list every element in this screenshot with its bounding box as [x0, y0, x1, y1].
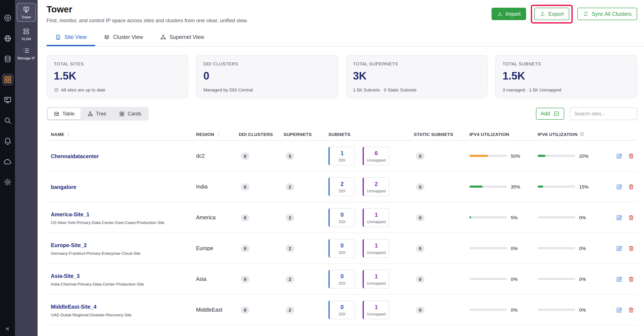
- add-button[interactable]: Add: [536, 108, 564, 120]
- export-button[interactable]: Export: [534, 8, 569, 20]
- page-subtitle: Find, monitor, and control IP space acro…: [46, 18, 248, 24]
- sidebar-item-manage-ip[interactable]: Manage IP: [18, 47, 35, 60]
- site-subtitle: India-Chennai-Primary-Data-Center-Produc…: [51, 281, 196, 286]
- sidebar-item-vlan[interactable]: VLAN: [22, 28, 31, 41]
- main-content: Tower Find, monitor, and control IP spac…: [38, 0, 644, 336]
- view-table-button[interactable]: Table: [48, 108, 80, 119]
- ipv4-utilization: 0%: [469, 246, 538, 251]
- subnet-card-ddi: 0DDI: [328, 208, 355, 227]
- edit-icon[interactable]: [616, 183, 623, 190]
- ipv6-utilization: 20%: [538, 153, 608, 158]
- delete-icon[interactable]: [628, 245, 634, 252]
- column-header-supernets: SUPERNETS: [284, 131, 328, 137]
- cloud-icon[interactable]: [3, 157, 12, 166]
- delete-icon[interactable]: [628, 183, 634, 190]
- ipv4-utilization: 0%: [469, 307, 538, 312]
- table-header: NAME REGION DDI CLUSTERS SUPERNETS SUBNE…: [46, 128, 637, 141]
- site-name-link[interactable]: America-Site_1: [51, 211, 90, 217]
- site-name-link[interactable]: Europe-Site_2: [51, 242, 87, 248]
- table-row: MiddleEast-Site_4UAE-Dubai-Regional-Disa…: [46, 294, 637, 325]
- edit-icon[interactable]: [616, 214, 623, 221]
- delete-icon[interactable]: [628, 306, 634, 313]
- search-icon[interactable]: [3, 116, 12, 125]
- supernets-badge: 2: [286, 276, 294, 283]
- sidebar-item-label: VLAN: [22, 37, 31, 41]
- subnet-card-unmapped: 6Unmapped: [362, 146, 389, 165]
- edit-icon[interactable]: [616, 275, 623, 282]
- stat-card-total-subnets: TOTAL SUBNETS 1.5K 3 managed · 1.5K Unma…: [496, 55, 638, 98]
- delete-icon[interactable]: [628, 275, 634, 282]
- stat-value: 0: [204, 70, 331, 82]
- view-cards-button[interactable]: Cards: [113, 108, 147, 119]
- download-icon: [497, 11, 502, 17]
- stat-card-total-supernets: TOTAL SUPERNETS 3K 1.5K Subnets · 0 Stat…: [346, 55, 488, 98]
- ipv4-utilization: 5%: [469, 215, 538, 220]
- table-row: bangalore India 0 2 2DDI 2Unmapped 0 35%…: [46, 171, 637, 202]
- edit-icon[interactable]: [616, 152, 623, 159]
- stat-note: Managed by DDI Central: [204, 87, 331, 92]
- monitor-icon[interactable]: [3, 95, 12, 105]
- region-cell: Asia: [196, 276, 239, 282]
- apps-icon[interactable]: [2, 74, 14, 86]
- column-header-region[interactable]: REGION: [196, 131, 239, 137]
- static-subnets-badge: 0: [416, 306, 424, 314]
- site-name-link[interactable]: bangalore: [51, 184, 76, 190]
- ipv4-utilization: 35%: [469, 184, 538, 189]
- bell-icon[interactable]: [3, 136, 12, 146]
- module-nav: Tower VLAN Manage IP: [15, 0, 38, 336]
- static-subnets-badge: 0: [416, 276, 424, 283]
- database-icon[interactable]: [3, 54, 12, 64]
- region-cell: Europe: [196, 245, 239, 251]
- site-name-link[interactable]: MiddleEast-Site_4: [51, 304, 96, 310]
- cards-icon: [119, 111, 125, 117]
- ddi-clusters-badge: 0: [241, 214, 250, 221]
- list-toolbar: Table Tree Cards Add: [38, 98, 644, 121]
- delete-icon[interactable]: [628, 214, 634, 221]
- export-icon: [540, 11, 545, 17]
- search-input[interactable]: [570, 107, 637, 120]
- subnet-card-unmapped: 1Unmapped: [362, 269, 389, 288]
- delete-icon[interactable]: [628, 152, 634, 159]
- info-icon[interactable]: [580, 132, 584, 136]
- tab-supernet-view[interactable]: Supernet View: [152, 30, 213, 46]
- layers-icon: [104, 34, 110, 40]
- tower-icon: [23, 6, 30, 13]
- site-name-link[interactable]: Asia-Site_3: [51, 273, 80, 279]
- static-subnets-badge: 0: [416, 153, 424, 160]
- ipv6-utilization: 0%: [538, 307, 608, 312]
- site-subtitle: US-New-York-Primary-Data-Center-East-Coa…: [51, 220, 196, 225]
- column-header-name[interactable]: NAME: [46, 131, 196, 137]
- app-rail: «: [0, 0, 15, 336]
- stat-card-ddi-clusters: DDI CLUSTERS 0 Managed by DDI Central: [196, 55, 338, 98]
- header-actions: Import Export Sync All Clusters: [491, 4, 637, 24]
- tab-cluster-view[interactable]: Cluster View: [95, 30, 152, 46]
- sites-table: NAME REGION DDI CLUSTERS SUPERNETS SUBNE…: [46, 128, 637, 325]
- ipv6-utilization: 0%: [538, 276, 608, 281]
- dashboard-icon[interactable]: [3, 13, 12, 23]
- import-button[interactable]: Import: [491, 8, 526, 20]
- settings-icon[interactable]: [3, 177, 12, 187]
- tab-site-view[interactable]: Site View: [46, 30, 95, 46]
- table-row: Asia-Site_3India-Chennai-Primary-Data-Ce…: [46, 264, 637, 294]
- collapse-sidebar-icon[interactable]: «: [6, 324, 10, 332]
- stat-card-total-sites: TOTAL SITES 1.5K All sites are up to dat…: [46, 55, 188, 98]
- stat-value: 1.5K: [54, 70, 181, 82]
- ddi-clusters-badge: 0: [241, 276, 250, 283]
- table-icon: [54, 111, 59, 117]
- sidebar-item-tower[interactable]: Tower: [17, 3, 36, 22]
- ddi-clusters-badge: 0: [241, 153, 250, 160]
- site-name-link[interactable]: Chennaidatacenter: [51, 153, 99, 159]
- check-circle-icon: [54, 87, 59, 92]
- globe-icon[interactable]: [3, 34, 12, 43]
- ddi-clusters-badge: 0: [241, 306, 250, 314]
- refresh-icon: [583, 11, 588, 17]
- sync-all-clusters-button[interactable]: Sync All Clusters: [578, 8, 637, 20]
- vlan-icon: [23, 28, 30, 35]
- network-icon: [160, 34, 166, 40]
- edit-icon[interactable]: [616, 306, 623, 313]
- edit-icon[interactable]: [616, 245, 623, 252]
- ipv6-utilization: 0%: [538, 215, 608, 220]
- view-switcher: Table Tree Cards: [46, 107, 148, 121]
- ipv4-utilization: 0%: [469, 276, 538, 281]
- view-tree-button[interactable]: Tree: [81, 108, 112, 119]
